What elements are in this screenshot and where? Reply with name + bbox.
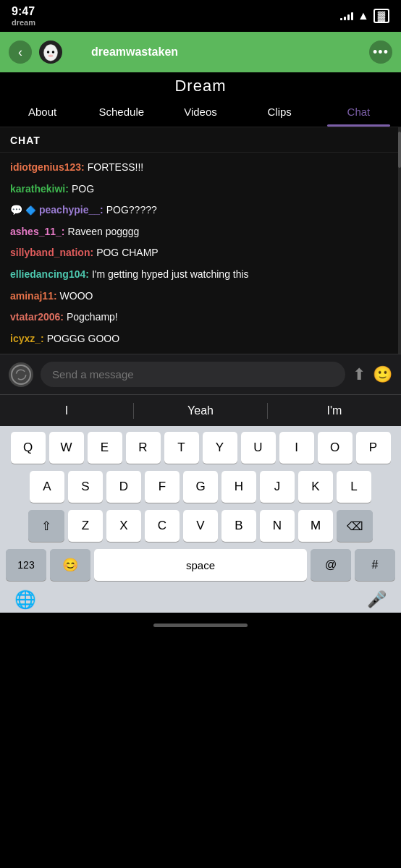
svg-point-0 [43, 45, 57, 61]
username: icyxz_: [10, 332, 44, 346]
channel-header: ‹ dreamwastaken ••• [0, 32, 401, 72]
user-avatar [9, 362, 33, 387]
keyboard-row-3: ⇧ Z X C V B N M ⌫ [3, 510, 398, 542]
key-c[interactable]: C [145, 510, 180, 542]
key-e[interactable]: E [88, 432, 122, 464]
key-z[interactable]: Z [68, 510, 103, 542]
key-at[interactable]: @ [311, 549, 351, 581]
key-a[interactable]: A [30, 471, 64, 503]
username: elliedancing104: [10, 268, 89, 282]
scrollbar-track[interactable] [398, 127, 401, 354]
list-item: idiotgenius123: FORTESS!!! [0, 157, 401, 179]
key-m[interactable]: M [298, 510, 333, 542]
message-input[interactable] [41, 362, 345, 387]
username: aminaj11: [10, 289, 57, 304]
more-button[interactable]: ••• [369, 41, 392, 64]
message-text: POGGG GOOO [47, 332, 119, 346]
send-icon[interactable]: ⬆ [353, 365, 366, 384]
key-w[interactable]: W [49, 432, 84, 464]
channel-name: dreamwastaken [91, 46, 178, 59]
key-t[interactable]: T [164, 432, 199, 464]
autocomplete-item-i[interactable]: I [0, 404, 133, 417]
username: idiotgenius123: [10, 161, 85, 175]
list-item: karathekiwi: POG [0, 179, 401, 200]
home-bar [153, 624, 248, 627]
dream-face-icon [41, 43, 60, 61]
list-item: elliedancing104: I'm getting hyped just … [0, 264, 401, 286]
key-d[interactable]: D [106, 471, 141, 503]
key-delete[interactable]: ⌫ [337, 510, 373, 542]
back-button[interactable]: ‹ [9, 41, 32, 64]
key-g[interactable]: G [183, 471, 218, 503]
message-text: I'm getting hyped just watching this [92, 268, 249, 282]
keyboard-row-2: A S D F G H J K L [3, 471, 398, 503]
tab-videos[interactable]: Videos [161, 97, 240, 127]
svg-point-3 [48, 54, 54, 56]
message-text: WOOO [60, 289, 93, 304]
svg-point-1 [47, 51, 49, 53]
key-b[interactable]: B [221, 510, 256, 542]
tab-clips[interactable]: Clips [240, 97, 319, 127]
chat-messages: idiotgenius123: FORTESS!!! karathekiwi: … [0, 153, 401, 354]
status-left: 9:47 dream [12, 5, 35, 27]
nav-tabs: About Schedule Videos Clips Chat [0, 97, 401, 127]
wifi-icon: ▲ [358, 9, 369, 22]
keyboard-bottom-bar: 🌐 🎤 [0, 584, 401, 613]
message-text: Pogchamp! [67, 310, 118, 325]
key-p[interactable]: P [356, 432, 391, 464]
key-y[interactable]: Y [203, 432, 237, 464]
key-hash[interactable]: # [355, 549, 395, 581]
username: peachypie__: [39, 203, 104, 218]
loading-icon [14, 368, 28, 381]
key-i[interactable]: I [279, 432, 314, 464]
list-item: sillyband_nation: POG CHAMP [0, 242, 401, 264]
tab-schedule[interactable]: Schedule [82, 97, 161, 127]
chat-emote-icon: 💬 [10, 203, 22, 218]
message-text: POG CHAMP [96, 246, 159, 260]
key-o[interactable]: O [318, 432, 353, 464]
keyboard-row-4: 123 😊 space @ # [3, 549, 398, 581]
svg-point-2 [52, 51, 54, 53]
username: vtatar2006: [10, 310, 64, 325]
autocomplete-bar: I Yeah I'm [0, 394, 401, 426]
globe-icon[interactable]: 🌐 [14, 590, 36, 610]
status-name: dream [12, 18, 35, 27]
tab-chat[interactable]: Chat [319, 97, 398, 127]
status-icons: ▲ ▓ [340, 9, 389, 23]
key-r[interactable]: R [126, 432, 161, 464]
key-shift[interactable]: ⇧ [28, 510, 64, 542]
key-j[interactable]: J [260, 471, 295, 503]
key-h[interactable]: H [221, 471, 256, 503]
keyboard: Q W E R T Y U I O P A S D F G H J K L ⇧ … [0, 426, 401, 584]
key-n[interactable]: N [260, 510, 295, 542]
avatar-inner [11, 365, 31, 385]
message-text: FORTESS!!! [88, 161, 144, 175]
message-text: POG????? [106, 203, 157, 218]
username: ashes_11_: [10, 225, 65, 239]
autocomplete-item-yeah[interactable]: Yeah [134, 404, 267, 417]
chat-header-label: CHAT [0, 127, 401, 153]
battery-icon: ▓ [373, 9, 389, 23]
autocomplete-item-im[interactable]: I'm [268, 404, 401, 417]
scrollbar-thumb[interactable] [398, 132, 401, 168]
chat-section: CHAT idiotgenius123: FORTESS!!! karathek… [0, 127, 401, 354]
key-emoji[interactable]: 😊 [50, 549, 90, 581]
key-s[interactable]: S [68, 471, 103, 503]
key-l[interactable]: L [337, 471, 371, 503]
status-bar: 9:47 dream ▲ ▓ [0, 0, 401, 32]
key-space[interactable]: space [94, 549, 307, 581]
status-time: 9:47 [12, 5, 35, 18]
key-q[interactable]: Q [11, 432, 46, 464]
key-x[interactable]: X [106, 510, 141, 542]
key-v[interactable]: V [183, 510, 218, 542]
key-numbers[interactable]: 123 [6, 549, 46, 581]
emoji-icon[interactable]: 🙂 [373, 365, 392, 384]
tab-about[interactable]: About [3, 97, 82, 127]
key-u[interactable]: U [241, 432, 276, 464]
list-item: 💬 🔷 peachypie__: POG????? [0, 200, 401, 221]
signal-icon [340, 12, 353, 20]
key-k[interactable]: K [298, 471, 333, 503]
mic-icon[interactable]: 🎤 [367, 590, 387, 609]
key-f[interactable]: F [145, 471, 180, 503]
keyboard-row-1: Q W E R T Y U I O P [3, 432, 398, 464]
